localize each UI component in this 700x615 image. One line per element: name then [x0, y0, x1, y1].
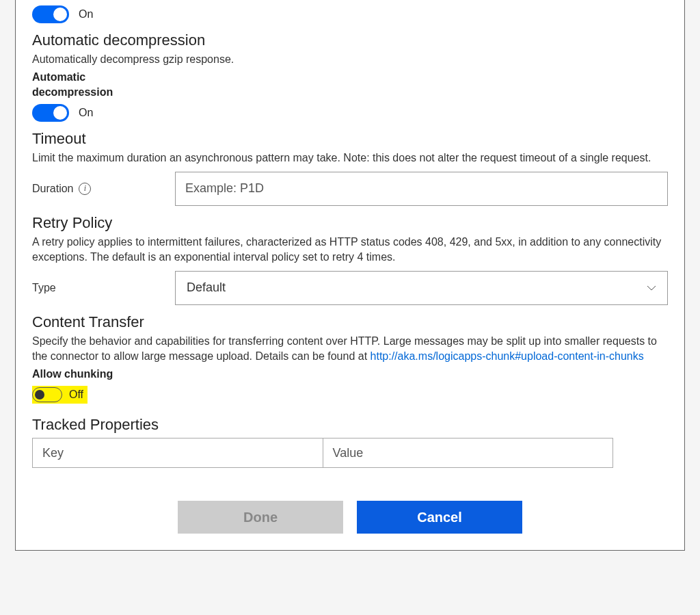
- done-button[interactable]: Done: [178, 501, 343, 534]
- allow-chunking-toggle[interactable]: [32, 387, 62, 402]
- auto-decompression-toggle[interactable]: [32, 104, 69, 122]
- toggle-knob: [53, 106, 67, 120]
- allow-chunking-toggle-row: Off: [32, 386, 668, 404]
- content-transfer-desc: Specify the behavior and capabilities fo…: [32, 334, 668, 365]
- retry-section: Retry Policy A retry policy applies to i…: [32, 214, 668, 305]
- settings-panel: On Automatic decompression Automatically…: [15, 0, 685, 551]
- info-icon[interactable]: i: [79, 183, 91, 195]
- auto-decompression-sub1: Automatic: [32, 71, 668, 83]
- auto-decompression-toggle-label: On: [79, 107, 93, 119]
- content-transfer-title: Content Transfer: [32, 313, 668, 331]
- allow-chunking-state: Off: [69, 389, 83, 401]
- retry-type-value: Default: [187, 280, 226, 295]
- cancel-button[interactable]: Cancel: [357, 501, 522, 534]
- auto-decompression-section: Automatic decompression Automatically de…: [32, 31, 668, 122]
- retry-type-row: Type Default: [32, 271, 668, 305]
- top-toggle-row: On: [32, 5, 668, 23]
- tracked-value-header: Value: [333, 446, 364, 460]
- tracked-key-header: Key: [42, 446, 64, 460]
- button-row: Done Cancel: [32, 501, 668, 534]
- timeout-section: Timeout Limit the maximum duration an as…: [32, 130, 668, 205]
- tracked-value-cell[interactable]: Value: [323, 438, 614, 468]
- tracked-properties-table: Key Value: [32, 438, 613, 468]
- duration-label: Duration i: [32, 183, 165, 195]
- toggle-knob: [53, 8, 67, 21]
- content-transfer-section: Content Transfer Specify the behavior an…: [32, 313, 668, 404]
- retry-type-select[interactable]: Default: [175, 271, 668, 305]
- top-toggle[interactable]: [32, 5, 69, 23]
- top-toggle-label: On: [79, 8, 93, 21]
- retry-type-label: Type: [32, 282, 165, 294]
- auto-decompression-toggle-row: On: [32, 104, 668, 122]
- allow-chunking-highlight: Off: [32, 386, 88, 404]
- timeout-desc: Limit the maximum duration an asynchrono…: [32, 151, 668, 166]
- duration-label-text: Duration: [32, 183, 73, 195]
- allow-chunking-label: Allow chunking: [32, 368, 668, 380]
- retry-title: Retry Policy: [32, 214, 668, 232]
- auto-decompression-desc: Automatically decompress gzip response.: [32, 52, 668, 67]
- retry-desc: A retry policy applies to intermittent f…: [32, 235, 668, 265]
- toggle-knob: [35, 390, 44, 400]
- auto-decompression-title: Automatic decompression: [32, 31, 668, 49]
- tracked-key-cell[interactable]: Key: [32, 438, 323, 468]
- duration-row: Duration i: [32, 172, 668, 206]
- retry-type-label-text: Type: [32, 282, 56, 294]
- content-transfer-link[interactable]: http://aka.ms/logicapps-chunk#upload-con…: [371, 350, 644, 362]
- duration-input[interactable]: [175, 172, 668, 206]
- chevron-down-icon: [647, 283, 656, 293]
- timeout-title: Timeout: [32, 130, 668, 148]
- tracked-properties-title: Tracked Properties: [32, 416, 668, 434]
- auto-decompression-sub2: decompression: [32, 86, 668, 99]
